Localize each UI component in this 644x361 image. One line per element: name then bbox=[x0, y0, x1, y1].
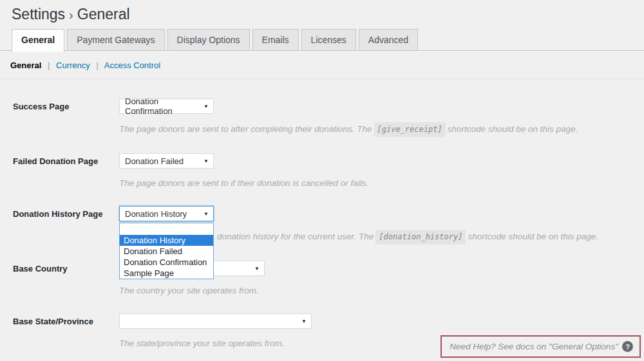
success-page-select[interactable]: Donation Confirmation ▼ bbox=[119, 98, 214, 114]
field-label: Failed Donation Page bbox=[0, 153, 119, 167]
field-help-text: The country your site operates from. bbox=[119, 284, 265, 297]
help-text-part: shortcode should be on this page. bbox=[468, 232, 598, 241]
select-value: Donation Confirmation bbox=[125, 97, 197, 116]
field-control: Donation Confirmation ▼ The page donors … bbox=[119, 98, 578, 137]
tab-display-options[interactable]: Display Options bbox=[167, 29, 250, 50]
listbox-option-donation-confirmation[interactable]: Donation Confirmation bbox=[120, 257, 213, 268]
shortcode-chip: [give_receipt] bbox=[374, 122, 446, 137]
select-value: Donation History bbox=[125, 209, 187, 219]
need-help-notice: Need Help? See docs on "General Options"… bbox=[440, 335, 641, 358]
question-mark-icon[interactable]: ? bbox=[622, 341, 633, 352]
donation-history-page-select[interactable]: Donation History ▼ bbox=[119, 206, 214, 221]
field-help-text: donation history for the current user. T… bbox=[217, 230, 598, 245]
tab-licenses[interactable]: Licenses bbox=[301, 29, 356, 50]
listbox-option-donation-failed[interactable]: Donation Failed bbox=[120, 246, 213, 257]
tab-general[interactable]: General bbox=[12, 29, 64, 52]
help-text-part: shortcode should be on this page. bbox=[448, 124, 578, 134]
field-label: Success Page bbox=[0, 98, 119, 112]
page-title: Settings›General bbox=[0, 0, 644, 24]
chevron-down-icon: ▼ bbox=[204, 211, 209, 217]
need-help-text: Need Help? See docs on "General Options" bbox=[450, 342, 618, 351]
breadcrumb-general: General bbox=[77, 6, 130, 23]
listbox-option-sample-page[interactable]: Sample Page bbox=[120, 268, 213, 279]
subnav-item-currency[interactable]: Currency bbox=[56, 60, 90, 70]
tab-emails[interactable]: Emails bbox=[252, 29, 299, 50]
chevron-down-icon: ▼ bbox=[301, 319, 307, 324]
chevron-down-icon: ▼ bbox=[254, 266, 260, 272]
field-label: Donation History Page bbox=[0, 206, 119, 219]
breadcrumb-separator-icon: › bbox=[65, 8, 77, 22]
field-control: Donation History ▼ Donation History Dona… bbox=[119, 206, 598, 245]
help-text-part: donation history for the current user. T… bbox=[217, 232, 374, 241]
field-help-text: The state/province your site operates fr… bbox=[119, 337, 312, 350]
chevron-down-icon: ▼ bbox=[204, 104, 209, 109]
subnav-item-access-control[interactable]: Access Control bbox=[104, 60, 160, 70]
listbox-option-blank[interactable] bbox=[120, 223, 213, 235]
subnav-item-general[interactable]: General bbox=[10, 60, 41, 70]
field-label: Base Country bbox=[0, 261, 119, 274]
subnav-divider: | bbox=[44, 60, 53, 70]
field-label: Base State/Province bbox=[0, 313, 119, 327]
row-failed-donation-page: Failed Donation Page Donation Failed ▼ T… bbox=[0, 153, 644, 190]
base-state-province-select[interactable]: ▼ bbox=[119, 313, 312, 329]
row-donation-history-page: Donation History Page Donation History ▼… bbox=[0, 206, 644, 245]
subnav-divider: | bbox=[92, 60, 102, 70]
tab-bar: GeneralPayment GatewaysDisplay OptionsEm… bbox=[0, 29, 644, 51]
row-success-page: Success Page Donation Confirmation ▼ The… bbox=[0, 98, 644, 137]
row-base-country: Base Country ▼ The country your site ope… bbox=[0, 261, 644, 297]
field-help-text: The page donors are sent to if their don… bbox=[119, 177, 368, 190]
select-value: Donation Failed bbox=[125, 156, 184, 166]
tab-advanced[interactable]: Advanced bbox=[359, 29, 418, 50]
breadcrumb-settings: Settings bbox=[12, 6, 65, 23]
field-control: ▼ The state/province your site operates … bbox=[119, 313, 312, 350]
chevron-down-icon: ▼ bbox=[204, 158, 209, 164]
help-text-part: The page donors are sent to after comple… bbox=[119, 124, 372, 134]
shortcode-chip: [donation_history] bbox=[375, 230, 466, 245]
field-control: Donation Failed ▼ The page donors are se… bbox=[119, 153, 368, 190]
donation-history-page-listbox: Donation History Donation Failed Donatio… bbox=[119, 223, 214, 279]
section-subnav: General | Currency | Access Control bbox=[0, 51, 644, 79]
field-help-text: The page donors are sent to after comple… bbox=[119, 122, 578, 137]
failed-donation-page-select[interactable]: Donation Failed ▼ bbox=[119, 153, 214, 169]
tab-payment-gateways[interactable]: Payment Gateways bbox=[67, 29, 164, 50]
general-settings-form: Success Page Donation Confirmation ▼ The… bbox=[0, 79, 644, 350]
listbox-option-donation-history[interactable]: Donation History bbox=[120, 235, 213, 246]
settings-page: Settings›General GeneralPayment Gateways… bbox=[0, 0, 644, 361]
